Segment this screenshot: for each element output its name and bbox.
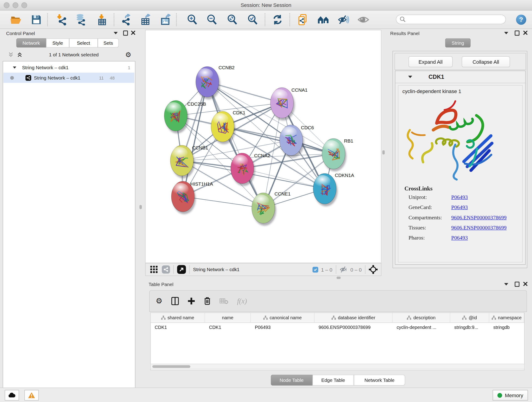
network-view-share-icon[interactable] [162, 265, 170, 274]
table-cell[interactable]: stringdb:9... [450, 323, 489, 332]
panel-float-icon[interactable] [515, 282, 519, 287]
panel-close-icon[interactable] [131, 31, 135, 35]
toolbar-separator [173, 265, 174, 274]
show-columns-icon[interactable] [171, 297, 179, 305]
table-cell[interactable]: P06493 [251, 323, 314, 332]
scrollbar-thumb[interactable] [152, 365, 190, 368]
toolbar-separator [189, 265, 190, 274]
grid-view-icon[interactable] [150, 266, 158, 274]
column-header-database-identifier[interactable]: database identifier [315, 313, 393, 322]
column-header-shared-name[interactable]: shared name [151, 313, 205, 322]
tree-expander-icon[interactable] [13, 66, 16, 69]
crosslink-value-link[interactable]: 9606.ENSP00000378699 [451, 215, 507, 221]
import-table-from-file-button[interactable] [95, 13, 109, 27]
crosslink-value-link[interactable]: P06493 [451, 204, 468, 211]
selected-nodes-checkbox[interactable] [312, 267, 318, 272]
first-neighbors-button[interactable] [316, 13, 331, 27]
collapse-all-button[interactable]: Collapse All [462, 56, 510, 67]
network-node-ccne1[interactable] [252, 193, 276, 226]
panel-close-icon[interactable] [523, 31, 527, 35]
network-node-cdk1[interactable] [211, 111, 235, 144]
zoom-in-button[interactable] [185, 13, 200, 27]
column-header-namespace[interactable]: namespace [489, 313, 524, 322]
network-node-ccnb1[interactable] [170, 145, 195, 178]
expand-all-chevron-icon[interactable] [17, 52, 22, 57]
crosslink-value-link[interactable]: P06493 [451, 194, 468, 200]
export-table-button[interactable] [138, 13, 153, 27]
tab-network-table[interactable]: Network Table [354, 375, 405, 385]
open-session-button[interactable] [8, 13, 23, 27]
table-settings-gear-icon[interactable]: ⚙ [156, 297, 162, 306]
panel-menu-icon[interactable] [114, 32, 118, 34]
panel-menu-icon[interactable] [504, 283, 508, 285]
tab-sets[interactable]: Sets [98, 38, 119, 47]
table-cell[interactable]: stringdb [489, 323, 524, 332]
network-node-rb1[interactable] [322, 138, 346, 172]
table-row[interactable]: CDK1CDK1P064939606.ENSP00000378699cyclin… [151, 323, 524, 332]
zoom-selected-button[interactable] [245, 13, 260, 27]
panel-splitter-handle[interactable] [336, 277, 341, 279]
network-node-cdc6[interactable] [279, 125, 304, 158]
network-row-selected[interactable]: String Network – cdk1 11 48 [3, 73, 134, 83]
network-edge[interactable] [183, 82, 207, 197]
tab-style[interactable]: Style [46, 38, 69, 47]
import-network-from-file-button[interactable] [55, 13, 70, 27]
network-options-gear-icon[interactable]: ⚙ [125, 51, 132, 59]
panel-float-icon[interactable] [515, 31, 519, 36]
refresh-view-button[interactable] [270, 13, 285, 27]
panel-splitter-handle[interactable] [139, 205, 142, 209]
cloud-status-button[interactable] [5, 390, 19, 401]
delete-column-trash-icon[interactable] [204, 297, 211, 305]
network-view-toolbar: String Network – cdk1 1 – 0 0 – 0 [145, 263, 381, 276]
eye-button[interactable] [356, 13, 371, 27]
tab-string[interactable]: String [445, 38, 471, 47]
network-canvas[interactable]: CCNB2CCNA1CDC25BCDK1CDC6RB1CCNB1CCNA2CDK… [145, 30, 381, 263]
save-session-button[interactable] [29, 13, 44, 27]
memory-button[interactable]: Memory [493, 390, 528, 401]
column-header-name[interactable]: name [205, 313, 251, 322]
table-cell[interactable]: CDK1 [205, 323, 251, 332]
export-network-button[interactable] [119, 13, 133, 27]
memory-status-dot [497, 393, 502, 398]
crosslink-value-link[interactable]: 9606.ENSP00000378699 [451, 225, 507, 231]
table-horizontal-scrollbar[interactable] [150, 364, 525, 369]
network-collection-row[interactable]: String Network – cdk1 1 [3, 62, 134, 72]
gene-section-header[interactable]: CDK1 [395, 71, 525, 83]
tab-edge-table[interactable]: Edge Table [312, 375, 354, 385]
create-column-plus-icon[interactable] [188, 297, 195, 305]
collapse-all-chevron-icon[interactable] [8, 52, 14, 57]
section-expander-icon[interactable] [408, 76, 412, 78]
search-field[interactable] [396, 15, 506, 24]
table-cell[interactable]: 9606.ENSP00000378699 [315, 323, 393, 332]
tab-network[interactable]: Network [16, 38, 46, 47]
panel-splitter-handle[interactable] [382, 150, 385, 154]
warnings-button[interactable] [25, 390, 39, 401]
export-image-button[interactable] [158, 13, 173, 27]
network-node-ccna2[interactable] [231, 153, 255, 186]
panel-menu-icon[interactable] [504, 32, 508, 34]
column-header-description[interactable]: description [393, 313, 450, 322]
copy-network-button[interactable] [296, 13, 310, 27]
table-cell[interactable]: CDK1 [151, 323, 205, 332]
import-network-from-database-button[interactable] [74, 13, 89, 27]
tab-node-table[interactable]: Node Table [271, 375, 312, 385]
help-button[interactable]: ? [516, 15, 526, 25]
tab-select[interactable]: Select [69, 38, 98, 47]
expand-all-button[interactable]: Expand All [409, 56, 453, 67]
crosslink-value-link[interactable]: P06493 [451, 235, 468, 241]
show-hide-graphics-details-button[interactable] [336, 13, 351, 27]
table-cell[interactable]: cyclin-dependent ... [393, 323, 450, 332]
protein-structure-image [404, 98, 496, 181]
panel-float-icon[interactable] [123, 31, 128, 36]
column-header-canonical-name[interactable]: canonical name [251, 313, 314, 322]
zoom-out-button[interactable] [205, 13, 220, 27]
network-node-cdkn1a[interactable] [313, 173, 338, 206]
network-node-ccnb2[interactable] [196, 66, 220, 99]
birds-eye-navigator-icon[interactable] [369, 265, 378, 274]
search-input[interactable] [406, 15, 505, 24]
column-header-label: @id [469, 315, 477, 320]
panel-close-icon[interactable] [523, 282, 527, 286]
column-header--id[interactable]: @id [450, 313, 489, 322]
zoom-fit-content-button[interactable] [225, 13, 240, 27]
open-in-window-icon[interactable] [177, 265, 186, 274]
